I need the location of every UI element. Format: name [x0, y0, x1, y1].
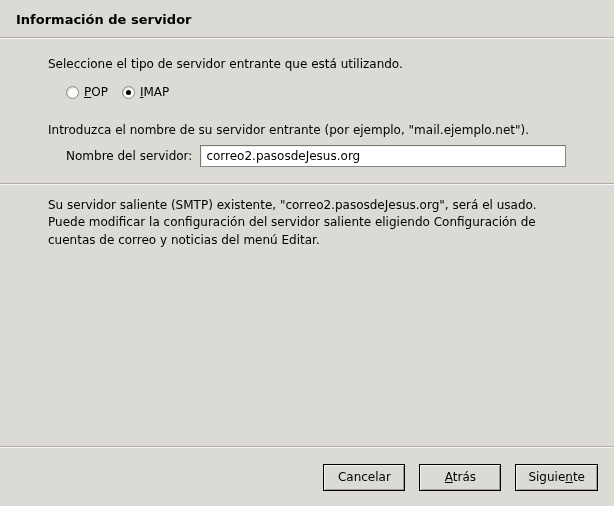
wizard-header: Información de servidor	[0, 0, 614, 37]
server-name-label: Nombre del servidor:	[66, 149, 192, 163]
content-area: Seleccione el tipo de servidor entrante …	[0, 39, 614, 167]
next-button[interactable]: Siguiente	[515, 464, 598, 491]
radio-pop-indicator	[66, 86, 79, 99]
wizard-footer: Cancelar Atrás Siguiente	[0, 448, 614, 506]
cancel-button[interactable]: Cancelar	[323, 464, 405, 491]
server-name-prompt: Introduzca el nombre de su servidor entr…	[48, 123, 566, 137]
radio-imap[interactable]: IMAP	[122, 85, 169, 99]
back-button[interactable]: Atrás	[419, 464, 501, 491]
radio-imap-indicator	[122, 86, 135, 99]
server-name-row: Nombre del servidor:	[48, 145, 566, 167]
server-name-input[interactable]	[200, 145, 566, 167]
radio-imap-label: IMAP	[140, 85, 169, 99]
page-title: Información de servidor	[16, 12, 598, 27]
incoming-type-prompt: Seleccione el tipo de servidor entrante …	[48, 57, 566, 71]
radio-pop-label: POP	[84, 85, 108, 99]
radio-pop[interactable]: POP	[66, 85, 108, 99]
smtp-note: Su servidor saliente (SMTP) existente, "…	[0, 185, 614, 249]
server-type-radios: POP IMAP	[48, 85, 566, 99]
